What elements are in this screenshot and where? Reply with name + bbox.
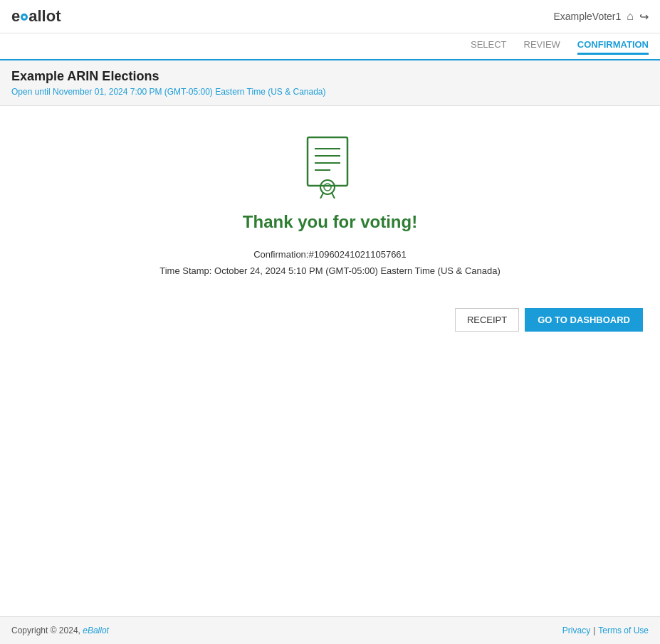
username-label: ExampleVoter1 — [553, 11, 621, 22]
logo-ballot-text: allot — [28, 7, 61, 26]
election-header: Example ARIN Elections Open until Novemb… — [0, 60, 660, 106]
footer: Copyright © 2024, eBallot Privacy | Term… — [0, 616, 660, 644]
svg-point-5 — [320, 180, 335, 194]
confirmation-info: Confirmation:#109602410211057661 Time St… — [159, 246, 501, 280]
logo-text: e — [11, 7, 20, 26]
election-subtitle: Open until November 01, 2024 7:00 PM (GM… — [11, 87, 649, 97]
footer-copyright: Copyright © 2024, eBallot — [11, 625, 109, 635]
buttons-row: RECEIPT GO TO DASHBOARD — [11, 308, 649, 332]
dashboard-button[interactable]: GO TO DASHBOARD — [525, 308, 643, 332]
footer-links: Privacy | Terms of Use — [562, 625, 649, 635]
timestamp: Time Stamp: October 24, 2024 5:10 PM (GM… — [159, 263, 501, 279]
certificate-icon — [302, 134, 359, 201]
logout-icon[interactable]: ↪ — [639, 10, 649, 23]
footer-copyright-text: Copyright © 2024, — [11, 625, 80, 635]
logo-dot-icon — [21, 14, 28, 21]
terms-link[interactable]: Terms of Use — [598, 625, 649, 635]
svg-rect-0 — [308, 137, 347, 186]
step-confirmation[interactable]: CONFIRMATION — [577, 39, 649, 55]
header: eallot ExampleVoter1 ⌂ ↪ — [0, 0, 660, 33]
certificate-svg — [302, 134, 359, 199]
confirmation-number: Confirmation:#109602410211057661 — [159, 246, 501, 263]
svg-line-8 — [332, 193, 335, 199]
home-icon[interactable]: ⌂ — [627, 10, 634, 23]
thank-you-heading: Thank you for voting! — [243, 212, 417, 232]
step-select[interactable]: SELECT — [471, 39, 507, 53]
header-user-area: ExampleVoter1 ⌂ ↪ — [553, 10, 649, 23]
logo[interactable]: eallot — [11, 7, 61, 26]
main-content: Thank you for voting! Confirmation:#1096… — [0, 106, 660, 616]
svg-line-7 — [320, 193, 323, 199]
svg-point-6 — [324, 184, 331, 191]
footer-separator: | — [593, 625, 595, 635]
receipt-button[interactable]: RECEIPT — [455, 308, 519, 332]
election-title: Example ARIN Elections — [11, 69, 649, 84]
footer-logo-text: eBallot — [83, 625, 109, 635]
nav-steps: SELECT REVIEW CONFIRMATION — [0, 33, 660, 60]
privacy-link[interactable]: Privacy — [562, 625, 590, 635]
step-review[interactable]: REVIEW — [524, 39, 560, 53]
